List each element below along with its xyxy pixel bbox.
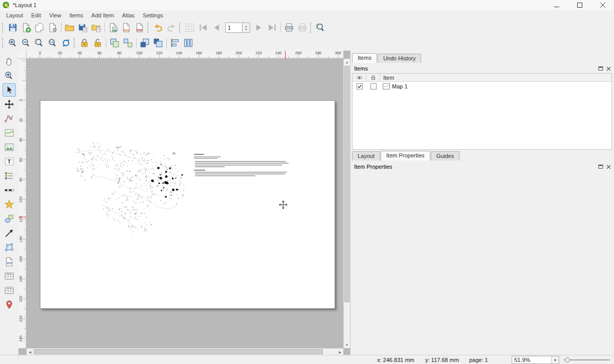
add-marker-button[interactable] (3, 298, 16, 311)
horizontal-ruler[interactable]: 0204060801001201401601802002202402602803… (27, 51, 343, 59)
add-html-button[interactable]: </> (3, 255, 16, 268)
export-as-pdf-button[interactable]: PDF (133, 21, 146, 34)
unlock-all-items-button[interactable] (91, 36, 104, 50)
add-node-item-button[interactable] (3, 241, 16, 254)
maximize-button[interactable] (568, 0, 591, 10)
float-panel-icon[interactable] (598, 66, 603, 71)
spinner-arrows-icon[interactable]: ▲▼ (243, 22, 250, 33)
atlas-page-spinbox[interactable]: ▲▼ (225, 22, 250, 33)
vertical-ruler[interactable]: 020406080100120140160180200220240 (18, 59, 27, 348)
select-move-item-button[interactable] (3, 83, 16, 97)
zoom-combo-arrow-icon[interactable]: ▾ (551, 356, 559, 363)
edit-nodes-item-button[interactable] (3, 112, 16, 125)
scroll-right-icon[interactable]: ▶ (337, 349, 343, 355)
group-items-button[interactable] (108, 36, 121, 50)
zoom-actual-size-button[interactable]: 1:1 (46, 36, 59, 50)
save-layout-button[interactable] (6, 21, 19, 34)
menu-items[interactable]: Items (65, 11, 87, 19)
zoom-in-button[interactable] (6, 36, 19, 50)
tab-item-properties[interactable]: Item Properties (381, 151, 430, 161)
svg-text:4: 4 (139, 215, 140, 217)
svg-text:2: 2 (170, 198, 172, 200)
add-north-arrow-button[interactable] (3, 198, 16, 211)
lock-selected-items-button[interactable] (78, 36, 91, 50)
cursor-icon (4, 85, 14, 95)
menu-add-item[interactable]: Add Item (87, 11, 118, 19)
zoom-out-button[interactable] (19, 36, 33, 50)
distribute-items-button[interactable] (182, 36, 195, 50)
svg-text:2: 2 (166, 189, 168, 191)
map-item[interactable]: 142121322332131111 1211 1114432111212221… (71, 129, 189, 236)
close-panel-icon[interactable] (606, 66, 611, 71)
menu-layout[interactable]: Layout (2, 11, 27, 19)
menu-settings[interactable]: Settings (139, 11, 167, 19)
raise-selected-items-button[interactable] (138, 36, 151, 50)
pan-button[interactable] (3, 55, 16, 68)
scroll-left-icon[interactable]: ◀ (27, 349, 33, 355)
add-scalebar-button[interactable] (3, 184, 16, 197)
export-as-image-button[interactable] (106, 21, 120, 34)
item-row[interactable]: Map 1 (353, 82, 611, 90)
lower-selected-items-button[interactable] (151, 36, 165, 50)
add-fixed-table-button[interactable] (3, 284, 16, 297)
menu-edit[interactable]: Edit (27, 11, 45, 19)
zoom-slider-handle[interactable] (565, 357, 570, 362)
scroll-up-icon[interactable]: ▲ (344, 59, 350, 65)
tab-guides[interactable]: Guides (431, 151, 460, 161)
duplicate-layout-button[interactable] (33, 21, 46, 34)
undo-button[interactable] (151, 21, 165, 34)
print-button[interactable] (282, 21, 296, 34)
tab-items[interactable]: Items (352, 53, 377, 63)
layout-canvas[interactable]: 142121322332131111 1211 1114432111212221… (27, 59, 343, 348)
lock-checkbox[interactable] (370, 83, 377, 89)
add-map-button[interactable] (3, 126, 16, 140)
export-as-svg-button[interactable]: SVG (120, 21, 133, 34)
add-shape-button[interactable] (3, 212, 16, 225)
layout-manager-button[interactable] (46, 21, 59, 34)
item-column-header[interactable]: Item (380, 74, 611, 81)
zoom-to-atlas-feature-button[interactable] (314, 21, 327, 34)
svg-text:1: 1 (76, 167, 78, 169)
ungroup-items-button[interactable] (121, 36, 135, 50)
tab-undo-history[interactable]: Undo History (378, 54, 422, 63)
menu-atlas[interactable]: Atlas (118, 11, 139, 19)
scroll-down-icon[interactable]: ▼ (344, 342, 350, 348)
vertical-scroll-thumb[interactable] (344, 66, 349, 302)
atlas-page-input[interactable] (225, 22, 243, 33)
svg-text:1: 1 (138, 194, 139, 196)
tab-layout[interactable]: Layout (352, 151, 380, 161)
item-cell[interactable]: Map 1 (380, 83, 611, 89)
page[interactable]: 142121322332131111 1211 1114432111212221… (40, 100, 335, 309)
add-arrow-button[interactable] (3, 226, 16, 240)
add-label-button[interactable]: T (3, 155, 16, 168)
new-layout-button[interactable] (19, 21, 33, 34)
zoom-full-button[interactable] (33, 36, 46, 50)
close-panel-icon[interactable] (606, 165, 611, 169)
canvas-vertical-scrollbar[interactable]: ▲ ▼ (343, 59, 350, 348)
menu-view[interactable]: View (45, 11, 65, 19)
close-button[interactable] (591, 0, 614, 10)
zoom-level-combo[interactable]: 51.9% ▾ (512, 356, 559, 364)
canvas-horizontal-scrollbar[interactable]: ◀ ▶ (27, 348, 343, 355)
svg-text:4: 4 (120, 146, 121, 148)
refresh-view-button[interactable] (59, 36, 73, 50)
align-selected-items-button[interactable] (168, 36, 182, 50)
add-legend-button[interactable] (3, 169, 16, 183)
svg-text:1: 1 (79, 149, 80, 151)
svg-text:1: 1 (108, 148, 109, 150)
visibility-checkbox[interactable] (357, 83, 363, 89)
visibility-column-header[interactable] (353, 74, 366, 81)
text-item[interactable] (194, 153, 293, 181)
minimize-button[interactable] (545, 0, 568, 10)
load-from-template-button[interactable] (90, 21, 103, 34)
add-attribute-table-button[interactable] (3, 269, 16, 283)
float-panel-icon[interactable] (598, 164, 603, 169)
lock-column-header[interactable] (366, 74, 380, 81)
zoom-slider[interactable] (564, 355, 610, 364)
horizontal-scroll-thumb[interactable] (34, 349, 323, 354)
move-item-content-button[interactable] (3, 98, 16, 111)
save-as-template-button[interactable] (76, 21, 90, 34)
zoom-button[interactable] (3, 69, 16, 82)
open-layout-button[interactable] (63, 21, 76, 34)
add-picture-button[interactable] (3, 141, 16, 154)
